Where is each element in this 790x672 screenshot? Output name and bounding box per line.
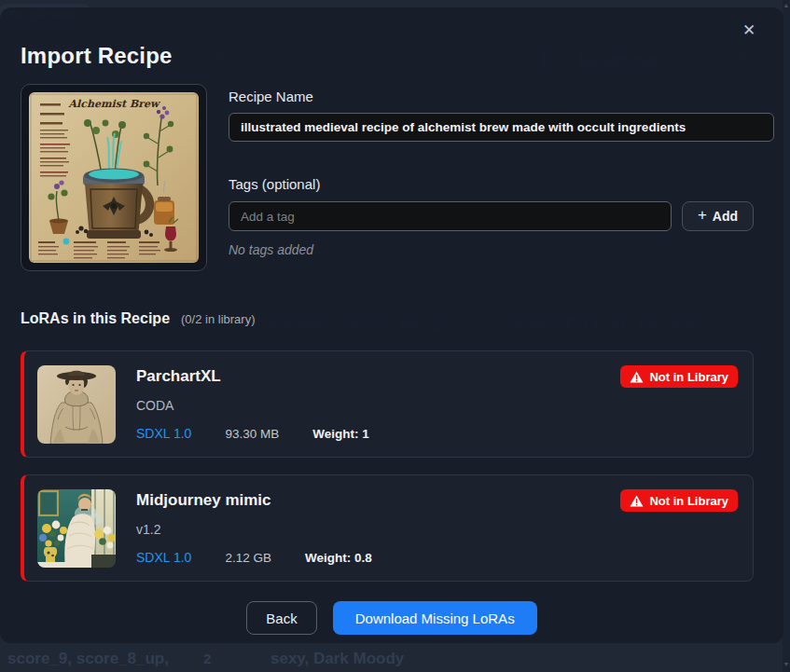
- lora-card-body: Midjourney mimic Not in Library v1.2 SDX…: [136, 489, 738, 567]
- lora-version: v1.2: [136, 522, 738, 537]
- lora-weight: Weight: 1: [312, 427, 369, 441]
- loras-section-header: LoRAs in this Recipe (0/2 in library): [21, 310, 256, 327]
- lora-thumbnail-image: [37, 365, 116, 444]
- badge-label: Not in Library: [649, 494, 728, 508]
- tags-label: Tags (optional): [229, 176, 320, 192]
- lora-weight: Weight: 0.8: [305, 551, 372, 565]
- lora-card-body: ParchartXL Not in Library CODA SDXL 1.0 …: [136, 365, 738, 443]
- badge-label: Not in Library: [649, 370, 728, 384]
- import-recipe-dialog: ✕ Import Recipe Alchemist Brew: [0, 7, 783, 643]
- svg-text:Alchemist Brew: Alchemist Brew: [68, 98, 161, 110]
- plus-icon: +: [698, 206, 707, 225]
- lora-file-size: 2.12 GB: [225, 551, 271, 565]
- background-prompt-text: sexy, Dark Moody: [270, 650, 404, 668]
- lora-meta-row: SDXL 1.0 2.12 GB Weight: 0.8: [136, 550, 738, 565]
- back-button[interactable]: Back: [246, 601, 316, 635]
- lora-card: ParchartXL Not in Library CODA SDXL 1.0 …: [21, 350, 754, 458]
- scroll-up-icon[interactable]: ▲: [783, 0, 790, 11]
- add-tag-label: Add: [713, 209, 738, 224]
- dialog-footer: Back Download Missing LoRAs: [0, 601, 783, 635]
- not-in-library-badge: Not in Library: [620, 365, 738, 388]
- dialog-title: Import Recipe: [21, 43, 173, 69]
- base-model-link[interactable]: SDXL 1.0: [136, 426, 191, 441]
- background-prompt-text: score_9, score_8_up,: [7, 650, 169, 668]
- warning-icon: [630, 371, 644, 383]
- close-icon[interactable]: ✕: [737, 19, 761, 43]
- loras-section-title: LoRAs in this Recipe: [21, 310, 170, 327]
- lora-meta-row: SDXL 1.0 93.30 MB Weight: 1: [136, 426, 738, 441]
- base-model-link[interactable]: SDXL 1.0: [136, 550, 191, 565]
- lora-thumbnail: [37, 489, 116, 568]
- lora-card: Midjourney mimic Not in Library v1.2 SDX…: [21, 474, 754, 582]
- lora-thumbnail: [37, 365, 116, 444]
- download-missing-loras-button[interactable]: Download Missing LoRAs: [333, 601, 537, 635]
- no-tags-text: No tags added: [229, 242, 313, 257]
- warning-icon: [630, 495, 644, 507]
- not-in-library-badge: Not in Library: [620, 489, 738, 512]
- add-tag-button[interactable]: + Add: [682, 201, 754, 231]
- page-scrollbar[interactable]: ▲ ▼: [783, 0, 790, 672]
- recipe-name-label: Recipe Name: [229, 89, 313, 104]
- lora-version: CODA: [136, 398, 738, 413]
- recipe-preview-image: Alchemist Brew: [29, 92, 199, 263]
- lora-file-size: 93.30 MB: [225, 427, 279, 441]
- tag-input[interactable]: [229, 201, 672, 231]
- lora-thumbnail-image: [37, 489, 116, 568]
- recipe-name-input[interactable]: [229, 113, 774, 142]
- background-count-badge: 2: [203, 651, 211, 666]
- recipe-preview-card: Alchemist Brew: [21, 84, 207, 271]
- loras-library-count: (0/2 in library): [181, 312, 255, 326]
- scroll-down-icon[interactable]: ▼: [783, 659, 790, 670]
